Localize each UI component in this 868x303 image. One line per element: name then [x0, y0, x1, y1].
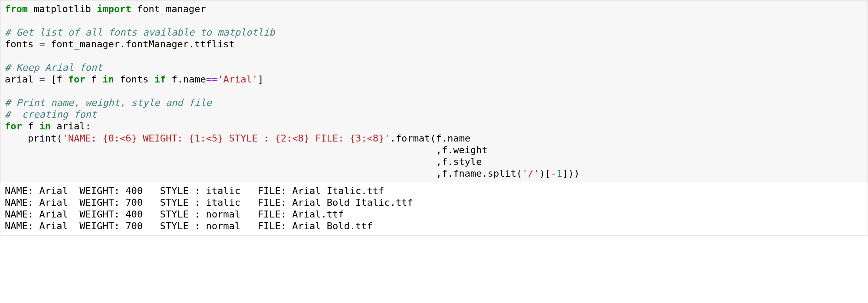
code-content: from matplotlib import font_manager # Ge…	[5, 3, 863, 179]
output-line: NAME: Arial WEIGHT: 400 STYLE : italic F…	[5, 185, 384, 196]
output-content: NAME: Arial WEIGHT: 400 STYLE : italic F…	[5, 185, 863, 232]
code-output-cell: NAME: Arial WEIGHT: 400 STYLE : italic F…	[0, 182, 868, 236]
notebook-cell-pair: from matplotlib import font_manager # Ge…	[0, 0, 868, 236]
indent	[5, 145, 436, 155]
keyword-import: import	[97, 3, 131, 14]
keyword-for: for	[68, 74, 85, 85]
var-name: fonts	[5, 39, 39, 49]
indent	[5, 133, 28, 144]
keyword-in: in	[39, 121, 51, 132]
comment: # Print name, weight, style and file	[5, 97, 212, 108]
format-string: 'NAME: {0:<6} WEIGHT: {1:<5} STYLE : {2:…	[62, 133, 390, 144]
assign-op: =	[39, 74, 45, 85]
expr: ,f.fname.split(	[436, 168, 522, 179]
expr: arial:	[51, 121, 91, 132]
import-target: font_manager	[131, 3, 206, 14]
keyword-from: from	[5, 3, 28, 14]
comment: # Keep Arial font	[5, 62, 102, 73]
comment: # Get list of all fonts available to mat…	[5, 27, 275, 38]
string-literal: '/'	[522, 168, 539, 179]
assign-op: =	[39, 39, 45, 49]
eq-op: ==	[206, 74, 218, 85]
module-name: matplotlib	[28, 3, 97, 14]
expr: f	[22, 121, 39, 132]
expr: f	[85, 74, 102, 85]
keyword-if: if	[154, 74, 166, 85]
output-line: NAME: Arial WEIGHT: 700 STYLE : normal F…	[5, 221, 373, 231]
expr: ,f.weight	[436, 145, 487, 155]
comment: # creating font	[5, 109, 97, 120]
expr: fonts	[114, 74, 155, 85]
expr: font_manager.fontManager.ttflist	[45, 39, 235, 49]
expr: .format(f.name	[390, 133, 470, 144]
expr: ]))	[562, 168, 580, 179]
keyword-in: in	[102, 74, 114, 85]
code-input-cell[interactable]: from matplotlib import font_manager # Ge…	[0, 0, 868, 182]
keyword-for: for	[5, 121, 22, 132]
neg-sign: -	[551, 168, 556, 179]
paren: (	[56, 133, 62, 144]
expr: [f	[45, 74, 68, 85]
indent	[5, 168, 436, 179]
expr: )[	[539, 168, 551, 179]
output-line: NAME: Arial WEIGHT: 700 STYLE : italic F…	[5, 197, 413, 208]
builtin-print: print	[28, 133, 56, 144]
number-literal: 1	[557, 168, 562, 179]
bracket: ]	[258, 74, 263, 85]
output-line: NAME: Arial WEIGHT: 400 STYLE : normal F…	[5, 209, 378, 220]
indent	[5, 156, 436, 167]
expr: ,f.style	[436, 156, 482, 167]
string-literal: 'Arial'	[217, 74, 258, 85]
expr: f.name	[166, 74, 206, 85]
var-name: arial	[5, 74, 39, 85]
